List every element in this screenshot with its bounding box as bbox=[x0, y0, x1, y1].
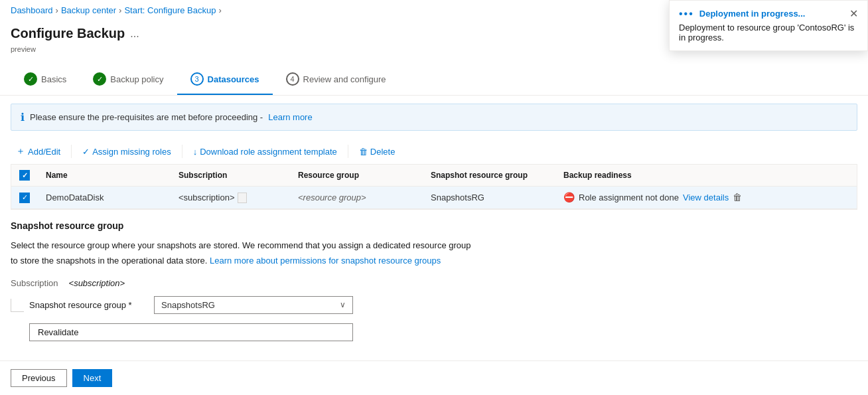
row-delete-icon[interactable]: 🗑 bbox=[733, 192, 742, 202]
breadcrumb-configure-backup[interactable]: Start: Configure Backup bbox=[124, 5, 216, 15]
snapshot-rg-row: Snapshot resource group * SnapshotsRG ∨ … bbox=[11, 296, 857, 341]
preview-label: preview bbox=[11, 44, 36, 53]
column-snapshot-rg: Snapshot resource group bbox=[423, 165, 555, 187]
toolbar-separator-3 bbox=[348, 145, 348, 158]
resource-group-value: <resource group> bbox=[298, 193, 366, 202]
subscription-row: Subscription <subscription> bbox=[11, 278, 857, 288]
step-basics-label: Basics bbox=[41, 74, 66, 84]
delete-button[interactable]: 🗑 Delete bbox=[354, 144, 401, 159]
previous-button[interactable]: Previous bbox=[11, 369, 67, 387]
view-details-link[interactable]: View details bbox=[683, 193, 729, 202]
breadcrumb-backup-center[interactable]: Backup center bbox=[61, 5, 116, 15]
detail-desc-2: to store the snapshots in the operationa… bbox=[11, 254, 857, 268]
content-area: ℹ Please ensure the pre-requisites are m… bbox=[0, 96, 868, 395]
toast-title: Deployment in progress... bbox=[699, 9, 844, 19]
page: Dashboard › Backup center › Start: Confi… bbox=[0, 0, 868, 395]
check-icon: ✓ bbox=[82, 147, 90, 157]
subscription-form-label: Subscription bbox=[11, 278, 58, 288]
snapshot-rg-form-label: Snapshot resource group * bbox=[29, 300, 149, 310]
toast-body: Deployment to resource group 'ContosoRG'… bbox=[670, 23, 867, 50]
step-backup-policy-icon: ✓ bbox=[93, 72, 106, 86]
info-icon: ℹ bbox=[21, 111, 25, 123]
delete-icon: 🗑 bbox=[359, 147, 368, 157]
column-resource-group: Resource group bbox=[290, 165, 423, 187]
subscription-pill bbox=[238, 193, 247, 203]
revalidate-button[interactable]: Revalidate bbox=[29, 323, 353, 341]
toast-dots-icon: ••• bbox=[679, 8, 694, 20]
breadcrumb-dashboard[interactable]: Dashboard bbox=[11, 5, 53, 15]
subscription-value: <subscription> bbox=[179, 193, 235, 202]
indent-line bbox=[11, 299, 24, 312]
detail-title: Snapshot resource group bbox=[11, 220, 857, 231]
row-name: DemoDataDisk bbox=[38, 187, 171, 209]
row-resource-group: <resource group> bbox=[290, 187, 423, 209]
more-options-button[interactable]: ... bbox=[130, 28, 139, 40]
learn-more-link[interactable]: Learn more bbox=[268, 112, 312, 122]
select-all-checkbox[interactable]: ✓ bbox=[19, 170, 30, 181]
column-checkbox: ✓ bbox=[11, 165, 38, 187]
step-datasources[interactable]: 3 Datasources bbox=[177, 67, 273, 95]
step-review-icon: 4 bbox=[286, 72, 299, 86]
toolbar: ＋ Add/Edit ✓ Assign missing roles ↓ Down… bbox=[0, 139, 868, 164]
table-row[interactable]: ✓ DemoDataDisk <subscription> <resource … bbox=[11, 187, 857, 209]
permissions-link[interactable]: Learn more about permissions for snapsho… bbox=[210, 256, 441, 266]
step-basics[interactable]: ✓ Basics bbox=[11, 67, 80, 95]
column-backup-readiness: Backup readiness bbox=[555, 165, 857, 187]
step-datasources-label: Datasources bbox=[208, 74, 259, 84]
column-subscription: Subscription bbox=[171, 165, 290, 187]
download-icon: ↓ bbox=[193, 147, 198, 157]
step-review[interactable]: 4 Review and configure bbox=[273, 67, 399, 95]
step-datasources-icon: 3 bbox=[190, 72, 204, 86]
select-value: SnapshotsRG bbox=[161, 300, 215, 310]
download-template-button[interactable]: ↓ Download role assignment template bbox=[188, 144, 342, 159]
toast-notification: ••• Deployment in progress... ✕ Deployme… bbox=[669, 0, 868, 51]
step-backup-policy[interactable]: ✓ Backup policy bbox=[80, 67, 177, 95]
datasources-table: ✓ Name Subscription Resource group Snaps… bbox=[11, 164, 857, 210]
add-icon: ＋ bbox=[16, 145, 25, 157]
next-button[interactable]: Next bbox=[72, 369, 113, 387]
toast-close-button[interactable]: ✕ bbox=[849, 7, 858, 20]
column-name: Name bbox=[38, 165, 171, 187]
add-edit-button[interactable]: ＋ Add/Edit bbox=[11, 143, 66, 160]
step-backup-policy-label: Backup policy bbox=[110, 74, 163, 84]
form-section: Subscription <subscription> Snapshot res… bbox=[11, 278, 857, 341]
detail-panel: Snapshot resource group Select the resou… bbox=[11, 220, 857, 341]
info-text: Please ensure the pre-requisites are met… bbox=[30, 112, 263, 122]
toolbar-separator-1 bbox=[71, 145, 72, 158]
toolbar-separator-2 bbox=[182, 145, 182, 158]
detail-desc-1: Select the resource group where your sna… bbox=[11, 239, 857, 252]
step-review-label: Review and configure bbox=[303, 74, 386, 84]
row-backup-readiness: ⛔ Role assignment not done View details … bbox=[555, 187, 857, 209]
subscription-form-value: <subscription> bbox=[69, 278, 125, 288]
page-title: Configure Backup bbox=[11, 26, 125, 41]
row-checkbox[interactable]: ✓ bbox=[19, 193, 30, 203]
footer: Previous Next bbox=[0, 360, 868, 395]
assign-roles-button[interactable]: ✓ Assign missing roles bbox=[77, 144, 177, 159]
backup-readiness-text: Role assignment not done bbox=[579, 193, 679, 202]
row-snapshot-rg: SnapshotsRG bbox=[423, 187, 555, 209]
info-bar: ℹ Please ensure the pre-requisites are m… bbox=[11, 104, 857, 131]
row-subscription: <subscription> bbox=[171, 187, 290, 209]
step-basics-icon: ✓ bbox=[24, 72, 37, 86]
wizard-steps: ✓ Basics ✓ Backup policy 3 Datasources 4… bbox=[0, 59, 868, 96]
chevron-down-icon: ∨ bbox=[340, 300, 346, 309]
snapshot-rg-select[interactable]: SnapshotsRG ∨ bbox=[154, 296, 353, 314]
error-icon: ⛔ bbox=[563, 192, 575, 202]
